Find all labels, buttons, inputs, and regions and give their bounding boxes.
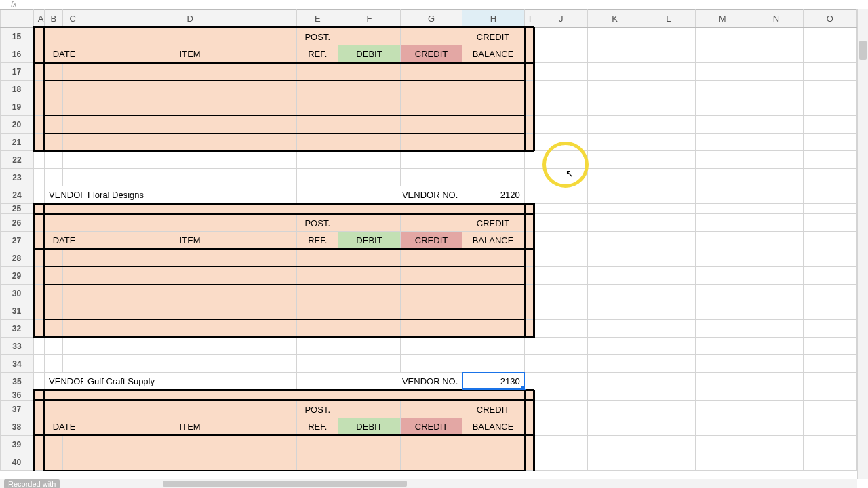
table-row: 34: [1, 355, 857, 373]
row-header[interactable]: 20: [1, 116, 34, 134]
table-row: 33: [1, 338, 857, 355]
table-row: 38 DATE ITEM REF. DEBIT CREDIT BALANCE: [1, 418, 857, 436]
table-row: 23: [1, 169, 857, 186]
row-header[interactable]: 16: [1, 45, 34, 63]
row-header[interactable]: 25: [1, 204, 34, 214]
header-balance: BALANCE: [462, 46, 524, 62]
col-header[interactable]: O: [803, 10, 856, 28]
col-header[interactable]: N: [749, 10, 803, 28]
col-header[interactable]: A: [33, 10, 44, 28]
row-header[interactable]: 39: [1, 436, 34, 453]
vertical-scrollbar[interactable]: [857, 9, 868, 479]
row-header[interactable]: 33: [1, 338, 34, 355]
table-row: 25: [1, 204, 857, 214]
table-row: 22: [1, 151, 857, 169]
watermark: Recorded with: [4, 479, 60, 488]
col-header[interactable]: E: [297, 10, 338, 28]
table-row: 30: [1, 285, 857, 302]
row-header[interactable]: 17: [1, 63, 34, 81]
table-row: 24 VENDOR Floral Designs VENDOR NO. 2120: [1, 186, 857, 204]
table-row: 29: [1, 267, 857, 285]
row-header[interactable]: 28: [1, 249, 34, 267]
table-row: 15 POST. CREDIT: [1, 28, 857, 45]
scroll-thumb[interactable]: [859, 41, 867, 60]
table-row: 18: [1, 81, 857, 98]
row-header[interactable]: 38: [1, 418, 34, 436]
header-item: ITEM: [83, 46, 296, 62]
row-header[interactable]: 31: [1, 302, 34, 320]
col-header[interactable]: B: [45, 10, 62, 28]
formula-bar[interactable]: fx: [0, 0, 868, 9]
col-header[interactable]: K: [588, 10, 642, 28]
row-header[interactable]: 23: [1, 169, 34, 186]
table-row: 20: [1, 116, 857, 134]
row-header[interactable]: 18: [1, 81, 34, 98]
table-row: 26 POST. CREDIT: [1, 214, 857, 232]
table-row: 21: [1, 134, 857, 151]
scroll-thumb[interactable]: [163, 481, 407, 487]
table-row: 31: [1, 302, 857, 320]
header-debit: DEBIT: [338, 46, 400, 62]
table-row: 39: [1, 436, 857, 453]
row-header[interactable]: 36: [1, 390, 34, 401]
vendor-label: VENDOR: [45, 187, 83, 203]
select-all-corner[interactable]: [1, 10, 34, 28]
col-header[interactable]: D: [83, 10, 297, 28]
col-header[interactable]: I: [524, 10, 534, 28]
vendor-no: 2120: [462, 187, 524, 203]
row-header[interactable]: 35: [1, 373, 34, 390]
header-post: POST.: [297, 29, 338, 45]
row-header[interactable]: 22: [1, 151, 34, 169]
col-header[interactable]: G: [400, 10, 462, 28]
col-header[interactable]: L: [642, 10, 695, 28]
table-row: 27 DATE ITEM REF. DEBIT CREDIT BALANCE: [1, 232, 857, 249]
table-row: 16 DATE ITEM REF. DEBIT CREDIT BALANCE: [1, 45, 857, 63]
vendor-name: Gulf Craft Supply: [83, 373, 296, 389]
row-header[interactable]: 30: [1, 285, 34, 302]
row-header[interactable]: 26: [1, 214, 34, 232]
vendor-name: Floral Designs: [83, 187, 296, 203]
table-row: 17: [1, 63, 857, 81]
row-header[interactable]: 27: [1, 232, 34, 249]
col-header[interactable]: C: [62, 10, 83, 28]
header-credit: CREDIT: [401, 46, 462, 62]
col-header-selected[interactable]: H: [462, 10, 525, 28]
table-row: 37 POST. CREDIT: [1, 401, 857, 418]
row-header[interactable]: 32: [1, 320, 34, 338]
table-row: 36: [1, 390, 857, 401]
row-header[interactable]: 19: [1, 98, 34, 116]
table-row: 28: [1, 249, 857, 267]
header-credit-top: CREDIT: [462, 29, 524, 45]
fx-label: fx: [11, 0, 17, 8]
table-row: 35 VENDOR Gulf Craft Supply VENDOR NO. 2…: [1, 373, 857, 390]
vendor-no-label: VENDOR NO.: [338, 187, 462, 203]
table-row: 19: [1, 98, 857, 116]
table-row: 40: [1, 453, 857, 471]
col-header[interactable]: J: [534, 10, 588, 28]
vendor-no: 2130: [462, 373, 524, 389]
table-row: 32: [1, 320, 857, 338]
row-header[interactable]: 34: [1, 355, 34, 373]
col-header[interactable]: F: [338, 10, 401, 28]
row-header[interactable]: 29: [1, 267, 34, 285]
spreadsheet-grid[interactable]: A B C D E F G H I J K L M N O 15 POST. C…: [0, 9, 857, 479]
col-header[interactable]: M: [695, 10, 749, 28]
row-header[interactable]: 21: [1, 134, 34, 151]
row-header[interactable]: 15: [1, 28, 34, 45]
row-header[interactable]: 24: [1, 186, 34, 204]
header-ref: REF.: [297, 46, 338, 62]
horizontal-scrollbar[interactable]: [0, 479, 857, 488]
row-header[interactable]: 37: [1, 401, 34, 418]
row-header[interactable]: 40: [1, 453, 34, 471]
column-header-row[interactable]: A B C D E F G H I J K L M N O: [1, 10, 857, 28]
header-date: DATE: [45, 46, 83, 62]
